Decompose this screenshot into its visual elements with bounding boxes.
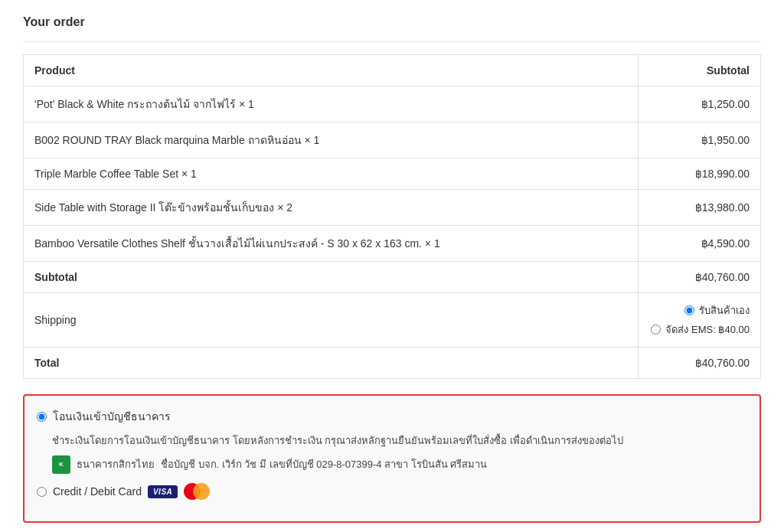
product-cell: Triple Marble Coffee Table Set × 1	[24, 158, 639, 190]
bank-transfer-option: โอนเงินเข้าบัญชีธนาคาร ชำระเงินโดยการโอน…	[37, 408, 747, 474]
price-cell: ฿13,980.00	[639, 190, 761, 226]
bank-name: ธนาคารกสิกรไทย	[77, 456, 155, 473]
shipping-label: Shipping	[24, 293, 639, 348]
subtotal-label: Subtotal	[24, 262, 639, 293]
price-cell: ฿4,590.00	[639, 226, 761, 262]
shipping-option-pickup[interactable]: รับสินค้าเอง	[684, 302, 750, 318]
bank-transfer-label[interactable]: โอนเงินเข้าบัญชีธนาคาร	[37, 408, 747, 425]
product-cell: 'Pot' Black & White กระถางต้นไม้ จากไฟไร…	[24, 86, 639, 122]
table-row: Triple Marble Coffee Table Set × 1 ฿18,9…	[24, 158, 761, 190]
bank-transfer-detail: ชำระเงินโดยการโอนเงินเข้าบัญชีธนาคาร โดย…	[52, 432, 747, 474]
visa-icon: VISA	[148, 485, 178, 498]
title-divider	[23, 41, 761, 42]
price-cell: ฿1,950.00	[639, 122, 761, 158]
credit-card-option: Credit / Debit Card VISA	[37, 483, 747, 500]
shipping-option-ems[interactable]: จัดส่ง EMS: ฿40.00	[651, 321, 750, 338]
bank-transfer-radio[interactable]	[37, 412, 47, 422]
total-value: ฿40,760.00	[639, 348, 761, 379]
table-row: 'Pot' Black & White กระถางต้นไม้ จากไฟไร…	[24, 86, 761, 122]
col-subtotal-header: Subtotal	[639, 55, 761, 86]
page-title: Your order	[23, 15, 761, 29]
mastercard-icon	[184, 483, 210, 500]
shipping-options: รับสินค้าเอง จัดส่ง EMS: ฿40.00	[639, 293, 761, 348]
table-row: Bamboo Versatile Clothes Shelf ชั้นวางเส…	[24, 226, 761, 262]
subtotal-value: ฿40,760.00	[639, 262, 761, 293]
product-cell: Side Table with Storage II โต๊ะข้างพร้อม…	[24, 190, 639, 226]
kasikorn-icon: K	[52, 455, 70, 474]
col-product-header: Product	[24, 55, 639, 86]
order-table: Product Subtotal 'Pot' Black & White กระ…	[23, 54, 761, 379]
price-cell: ฿18,990.00	[639, 158, 761, 190]
table-row: B002 ROUND TRAY Black marquina Marble ถา…	[24, 122, 761, 158]
total-label: Total	[24, 348, 639, 379]
product-cell: B002 ROUND TRAY Black marquina Marble ถา…	[24, 122, 639, 158]
product-cell: Bamboo Versatile Clothes Shelf ชั้นวางเส…	[24, 226, 639, 262]
table-row: Side Table with Storage II โต๊ะข้างพร้อม…	[24, 190, 761, 226]
credit-card-radio[interactable]	[37, 487, 47, 497]
shipping-row: Shipping รับสินค้าเอง จัดส่ง EMS: ฿40.00	[24, 293, 761, 348]
subtotal-row: Subtotal ฿40,760.00	[24, 262, 761, 293]
total-row: Total ฿40,760.00	[24, 348, 761, 379]
bank-account-info: ชื่อบัญชี บจก. เวิร์ก วัช มี เลขที่บัญชี…	[161, 456, 487, 473]
price-cell: ฿1,250.00	[639, 86, 761, 122]
bank-info: K ธนาคารกสิกรไทย ชื่อบัญชี บจก. เวิร์ก ว…	[52, 455, 747, 474]
payment-section: โอนเงินเข้าบัญชีธนาคาร ชำระเงินโดยการโอน…	[23, 394, 761, 523]
credit-card-label[interactable]: Credit / Debit Card	[53, 485, 142, 498]
